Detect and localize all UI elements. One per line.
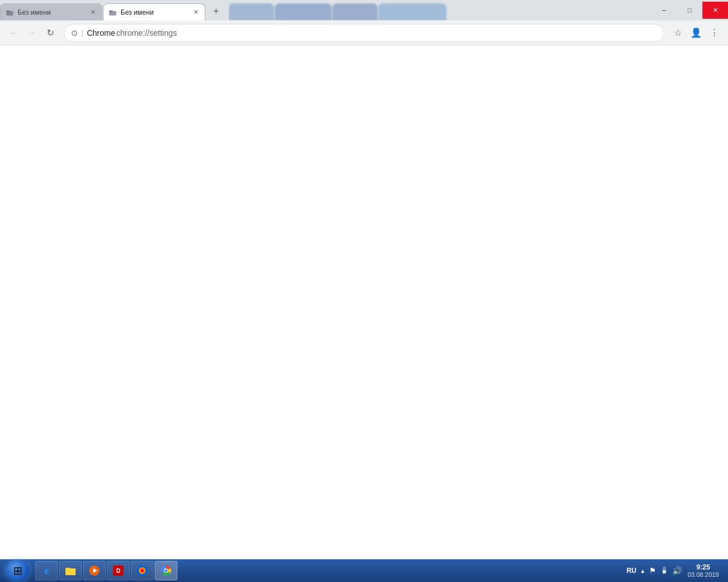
- svg-rect-6: [66, 569, 75, 575]
- taskbar-item-daemon[interactable]: D: [107, 561, 130, 580]
- svg-rect-19: [663, 570, 666, 573]
- ie-icon: e: [40, 564, 53, 577]
- minimize-button[interactable]: –: [651, 2, 677, 19]
- window-controls: – □ ✕: [651, 0, 728, 20]
- svg-point-17: [165, 569, 168, 572]
- svg-rect-3: [109, 10, 113, 12]
- tab-1-favicon: [5, 8, 14, 17]
- taskbar-item-chrome[interactable]: [155, 561, 177, 580]
- browser-window: Без имени ✕ Без имени ✕ + – □: [0, 0, 728, 582]
- taskbar: ⊞ e: [0, 559, 728, 582]
- reload-button[interactable]: ↻: [41, 24, 59, 42]
- tab-1-close[interactable]: ✕: [88, 8, 97, 17]
- tab-strip: Без имени ✕ Без имени ✕ + – □: [0, 0, 728, 20]
- tab-2-close[interactable]: ✕: [191, 8, 200, 17]
- svg-rect-1: [6, 10, 10, 12]
- tab-2-title: Без имени: [121, 9, 189, 16]
- site-name: Chrome: [87, 28, 115, 38]
- new-tab-button[interactable]: +: [208, 3, 224, 19]
- maximize-button[interactable]: □: [677, 2, 702, 19]
- tray-flag-icon: ⚑: [649, 566, 656, 575]
- bg-tab-4: [378, 3, 446, 20]
- media-player-icon: [88, 564, 101, 577]
- page-content: [0, 45, 728, 559]
- firefox-icon: [136, 564, 148, 577]
- start-orb: ⊞: [6, 560, 30, 581]
- tab-2-favicon: [108, 8, 117, 17]
- tray-time-value: 9:25: [688, 563, 719, 571]
- bg-tab-1: [229, 3, 274, 20]
- chrome-icon: [160, 564, 172, 577]
- bg-tab-3: [332, 3, 378, 20]
- forward-button[interactable]: →: [23, 24, 41, 42]
- system-tray: RU ▲ ⚑ 🔊 9:25 03.08.2019: [622, 563, 726, 578]
- tab-2[interactable]: Без имени ✕: [103, 3, 205, 20]
- taskbar-item-ie[interactable]: e: [35, 561, 58, 580]
- tray-date-value: 03.08.2019: [688, 571, 719, 578]
- file-manager-icon: [64, 564, 77, 577]
- close-button[interactable]: ✕: [702, 2, 728, 19]
- address-separator: |: [81, 28, 84, 38]
- address-url: chrome://settings: [116, 28, 177, 38]
- svg-text:D: D: [116, 568, 120, 574]
- tray-network-icon: [660, 566, 669, 576]
- menu-button[interactable]: ⋮: [705, 24, 723, 42]
- tray-clock[interactable]: 9:25 03.08.2019: [685, 563, 721, 578]
- daemon-tools-icon: D: [112, 564, 125, 577]
- bg-tab-2: [275, 3, 332, 20]
- toolbar: ← → ↻ ⊙ | Chrome chrome://settings ☆ 👤 ⋮: [0, 20, 728, 45]
- start-button[interactable]: ⊞: [2, 559, 33, 582]
- back-button[interactable]: ←: [5, 24, 23, 42]
- tray-language: RU: [627, 567, 636, 575]
- svg-point-13: [140, 569, 144, 572]
- bookmark-button[interactable]: ☆: [669, 24, 687, 42]
- tab-1[interactable]: Без имени ✕: [0, 3, 102, 20]
- address-bar[interactable]: ⊙ | Chrome chrome://settings: [64, 24, 664, 42]
- secure-icon: ⊙: [71, 28, 78, 38]
- toolbar-right: ☆ 👤 ⋮: [669, 24, 723, 42]
- taskbar-item-firefox[interactable]: [131, 561, 154, 580]
- tray-expand-arrow[interactable]: ▲: [640, 568, 646, 574]
- taskbar-item-file-manager[interactable]: [59, 561, 82, 580]
- taskbar-items: e: [35, 561, 622, 580]
- tab-1-title: Без имени: [18, 9, 86, 16]
- taskbar-item-media-player[interactable]: [83, 561, 106, 580]
- profile-button[interactable]: 👤: [687, 24, 705, 42]
- tray-volume-icon[interactable]: 🔊: [672, 566, 682, 575]
